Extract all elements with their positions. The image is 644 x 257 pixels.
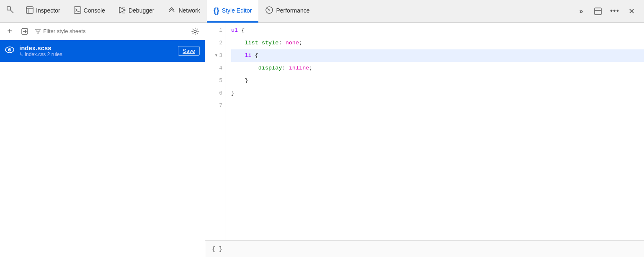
code-line-1: ul { [231,24,644,37]
file-name: index.scss [19,44,173,51]
close-button[interactable]: ✕ [624,4,639,19]
settings-button[interactable] [189,25,201,38]
token-property: display [258,62,282,75]
code-line-2: list-style : none ; [231,37,644,49]
line-number: 2 [219,37,222,49]
console-icon [74,6,81,15]
token-indent [231,75,245,87]
tab-style-editor[interactable]: {} Style Editor [207,0,259,23]
filter-input[interactable] [43,28,185,34]
line-number: 7 [219,100,222,112]
line-num-1: 1 [205,24,226,37]
token-indent [231,49,245,62]
debugger-icon [118,6,126,15]
token-indent [231,62,258,75]
code-line-6: } [231,87,644,100]
token-brace: } [245,75,248,87]
chevron-right-double-icon: » [580,8,583,15]
token-brace: { [238,24,245,37]
more-tools-button[interactable]: » [574,4,589,19]
line-number: 4 [219,62,222,75]
network-icon [167,6,176,15]
toolbar-actions: » ••• ✕ [574,4,642,19]
token-indent [231,37,245,49]
line-num-3: ▼ 3 [205,49,226,62]
token-brace: } [231,87,234,100]
overflow-button[interactable]: ••• [607,4,622,19]
import-stylesheet-button[interactable] [18,25,31,38]
line-num-7: 7 [205,100,226,112]
code-line-3: li { [231,49,644,62]
tab-console-label: Console [84,7,105,14]
performance-icon [265,6,273,15]
svg-point-15 [194,30,196,33]
line-number: 6 [219,87,222,100]
code-line-5: } [231,75,644,87]
svg-rect-0 [7,7,10,10]
tab-network[interactable]: Network [161,0,206,23]
svg-rect-1 [26,7,33,13]
tab-inspector[interactable]: Inspector [19,0,67,23]
save-button[interactable]: Save [178,46,200,56]
tab-performance-label: Performance [276,7,309,14]
code-footer: { } [205,240,644,257]
line-number: 5 [219,75,222,87]
dock-icon [594,7,602,15]
line-num-4: 4 [205,62,226,75]
plus-icon: + [7,26,12,36]
pick-icon [6,5,15,16]
filter-area[interactable] [33,28,186,34]
line-number: 1 [219,24,222,37]
tab-performance[interactable]: Performance [258,0,316,23]
close-icon: ✕ [629,7,635,16]
token-colon: : [278,37,285,49]
line-number: 3 [219,49,222,62]
token-selector: ul [231,24,238,37]
import-icon [21,28,28,35]
token-property: list-style [245,37,278,49]
style-editor-icon: {} [214,6,219,15]
token-value: none [286,37,299,49]
tab-style-editor-label: Style Editor [222,7,252,14]
token-selector: li [245,49,251,62]
dock-button[interactable] [590,4,605,19]
main-area: + [0,23,644,257]
code-area[interactable]: 1 2 ▼ 3 4 5 6 7 [205,23,644,240]
sidebar: + [0,23,205,257]
svg-marker-6 [119,7,125,13]
tab-inspector-label: Inspector [36,7,60,14]
tab-console[interactable]: Console [67,0,112,23]
file-meta: ↳ index.css 2 rules. [19,51,173,57]
tab-debugger[interactable]: Debugger [112,0,161,23]
footer-label: { } [212,246,222,252]
line-num-6: 6 [205,87,226,100]
token-value: inline [289,62,309,75]
triangle-icon: ▼ [215,49,217,62]
tab-debugger-label: Debugger [129,7,155,14]
list-item[interactable]: index.scss ↳ index.css 2 rules. Save [0,40,205,62]
tab-network-label: Network [178,7,200,14]
line-num-5: 5 [205,75,226,87]
sidebar-toolbar: + [0,23,205,40]
token-brace: { [252,49,258,62]
code-line-4: display : inline ; [231,62,644,75]
add-stylesheet-button[interactable]: + [3,25,16,38]
inspector-icon [26,6,33,15]
toolbar: Inspector Console Debugger [0,0,644,23]
svg-rect-11 [595,8,601,15]
line-numbers: 1 2 ▼ 3 4 5 6 7 [205,23,226,240]
file-list: index.scss ↳ index.css 2 rules. Save [0,40,205,257]
code-editor: 1 2 ▼ 3 4 5 6 7 [205,23,644,257]
svg-point-10 [269,9,270,10]
svg-point-18 [9,49,10,51]
filter-icon [35,28,41,34]
token-semi: ; [309,62,312,75]
code-lines: ul { list-style : none ; li { [226,23,644,240]
code-line-7 [231,100,644,112]
eye-icon [5,46,14,55]
ellipsis-icon: ••• [610,7,619,15]
token-colon: : [282,62,289,75]
file-info: index.scss ↳ index.css 2 rules. [19,44,173,57]
tab-pick-tool[interactable] [2,0,19,23]
line-num-2: 2 [205,37,226,49]
